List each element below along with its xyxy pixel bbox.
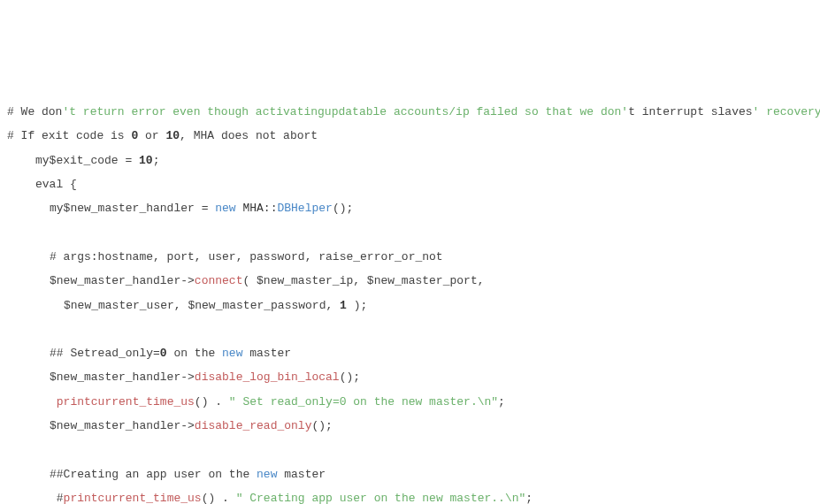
dbl-colon: ::: [264, 202, 278, 215]
space: [50, 395, 57, 409]
string-part: ' recovery.: [753, 105, 820, 118]
comment-text: # If exit code is: [7, 129, 131, 142]
code-line-5: my$new_master_handler = new MHA::DBHelpe…: [7, 196, 813, 220]
punct: ;: [525, 492, 533, 504]
code-line-14: #printcurrent_time_us() . " Creating app…: [7, 486, 813, 504]
punct: ();: [333, 202, 353, 215]
punct: ();: [311, 419, 332, 432]
text-part: $new_master_handler->: [50, 274, 195, 287]
text-part: $new_master_handler->: [50, 419, 195, 432]
text-part: eval {: [35, 178, 77, 191]
keyword-new: new: [222, 347, 242, 360]
code-line-9: ## Setread_only=0 on the new master: [7, 341, 813, 365]
text-part: or: [138, 129, 165, 142]
blank-line: [7, 317, 813, 341]
method-disable-log-bin-local: disable_log_bin_local: [195, 370, 340, 384]
code-line-6: # args:hostname, port, user, password, r…: [7, 245, 813, 269]
comment-hash: #: [50, 492, 64, 504]
text-part: my$exit_code =: [35, 154, 139, 167]
text-part: $new_master_handler->: [50, 370, 195, 384]
string-literal: " Set read_only=0 on the new master.\n": [229, 395, 498, 409]
comment-hash: # We don: [7, 105, 62, 118]
punct: ;: [153, 154, 160, 167]
code-line-2: # If exit code is 0 or 10, MHA does not …: [7, 124, 813, 148]
number: 10: [165, 129, 180, 142]
punct: ;: [498, 395, 505, 409]
number: 1: [340, 299, 347, 312]
text-part: t interrupt slaves: [628, 105, 752, 118]
text-part: my$new_master_handler =: [50, 202, 215, 215]
comment-text: ##Creating an app user on the: [50, 468, 257, 481]
code-line-10: $new_master_handler->disable_log_bin_loc…: [7, 365, 813, 389]
string-part: 't return error even though activatingup…: [62, 105, 628, 118]
number: 0: [160, 347, 167, 360]
keyword-new: new: [215, 202, 235, 215]
package-dbhelper: DBHelper: [277, 202, 332, 215]
punct: );: [347, 299, 367, 312]
code-line-4: eval {: [7, 172, 813, 196]
code-line-12: $new_master_handler->disable_read_only()…: [7, 414, 813, 438]
number: 10: [139, 154, 153, 167]
func-print-current-time: printcurrent_time_us: [57, 395, 195, 409]
method-connect: connect: [195, 274, 243, 287]
text-part: , MHA does not abort: [180, 129, 318, 142]
code-line-8: $new_master_user, $new_master_password, …: [7, 294, 813, 317]
text-part: () .: [202, 492, 236, 504]
text-part: master: [277, 468, 326, 481]
code-line-13: ##Creating an app user on the new master: [7, 462, 813, 486]
blank-line: [7, 438, 813, 462]
code-line-7: $new_master_handler->connect( $new_maste…: [7, 269, 813, 293]
string-literal: " Creating app user on the new master..\…: [236, 492, 526, 504]
comment-text: ## Setread_only=: [50, 347, 160, 360]
code-line-3: my$exit_code = 10;: [7, 149, 813, 172]
comment-line: # args:hostname, port, user, password, r…: [50, 250, 443, 263]
blank-line: [7, 221, 813, 245]
keyword-new: new: [257, 468, 277, 481]
punct: ();: [340, 370, 360, 384]
text-part: ( $new_master_ip, $new_master_port,: [242, 274, 484, 287]
text-part: master: [242, 347, 291, 360]
method-disable-read-only: disable_read_only: [195, 419, 312, 432]
code-line-1: # We don't return error even though acti…: [7, 100, 813, 124]
text-part: $new_master_user, $new_master_password,: [64, 299, 340, 312]
func-print-current-time: printcurrent_time_us: [64, 492, 202, 504]
code-block: # We don't return error even though acti…: [7, 100, 813, 504]
text-part: on the: [167, 347, 222, 360]
code-line-11: printcurrent_time_us() . " Set read_only…: [7, 390, 813, 414]
package-mha: MHA: [242, 202, 263, 215]
text-part: () .: [195, 395, 229, 409]
